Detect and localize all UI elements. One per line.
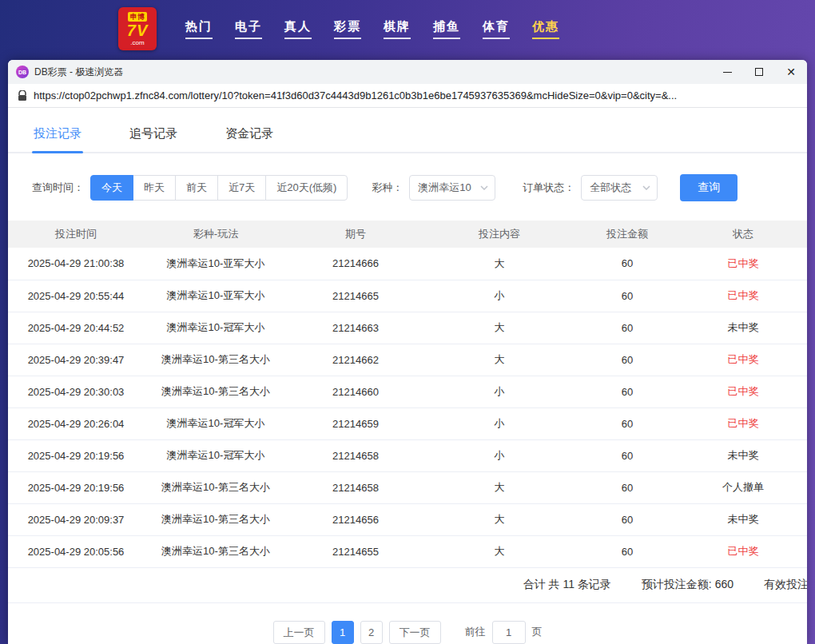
cell-content: 小 [423, 407, 575, 439]
cell-time: 2025-04-29 20:44:52 [8, 312, 144, 344]
nav-item-棋牌[interactable]: 棋牌 [384, 19, 411, 39]
lottery-records-page: 投注记录追号记录资金记录 查询时间： 今天昨天前天近7天近20天(低频) 彩种：… [8, 108, 807, 644]
cell-issue: 21214666 [288, 248, 423, 280]
site-logo[interactable]: 申博 7V .com [118, 7, 157, 50]
nav-item-体育[interactable]: 体育 [483, 19, 510, 39]
close-button[interactable]: ✕ [775, 60, 807, 84]
page-number-1[interactable]: 1 [332, 621, 354, 644]
chevron-down-icon [480, 185, 488, 190]
time-option-昨天[interactable]: 昨天 [133, 175, 176, 201]
cell-issue: 21214662 [288, 344, 423, 376]
tab-投注记录[interactable]: 投注记录 [32, 116, 83, 152]
cell-time: 2025-04-29 20:55:44 [8, 280, 144, 312]
cell-content: 大 [423, 344, 575, 376]
cell-issue: 21214656 [288, 503, 423, 535]
cell-amount: 60 [575, 407, 679, 439]
maximize-button[interactable] [743, 60, 775, 84]
cell-game: 澳洲幸运10-冠军大小 [144, 312, 288, 344]
nav-item-彩票[interactable]: 彩票 [334, 19, 361, 39]
cell-status: 已中奖 [679, 535, 807, 567]
summary-item: 预计投注金额: 660 [642, 578, 734, 592]
cell-game: 澳洲幸运10-第三名大小 [144, 471, 288, 503]
minimize-icon [723, 72, 732, 73]
cell-content: 小 [423, 376, 575, 407]
time-option-今天[interactable]: 今天 [90, 175, 133, 201]
url-text: https://ctop02pchwp1.zfnc84.com/lottery/… [34, 89, 677, 101]
column-header: 投注内容 [423, 221, 575, 248]
table-header-row: 投注时间彩种-玩法期号投注内容投注金额状态 [8, 221, 807, 248]
nav-item-热门[interactable]: 热门 [185, 19, 213, 39]
address-bar[interactable]: https://ctop02pchwp1.zfnc84.com/lottery/… [8, 84, 807, 108]
lottery-filter-label: 彩种： [372, 181, 403, 195]
goto-label: 前往 [465, 625, 486, 639]
prev-page-button[interactable]: 上一页 [273, 621, 325, 644]
time-option-近7天[interactable]: 近7天 [217, 175, 266, 201]
column-header: 投注金额 [575, 221, 679, 248]
tab-追号记录[interactable]: 追号记录 [128, 116, 179, 152]
cell-issue: 21214659 [288, 407, 423, 439]
cell-time: 2025-04-29 20:26:04 [8, 407, 144, 439]
table-row: 2025-04-29 20:19:56澳洲幸运10-第三名大小21214658大… [8, 471, 807, 503]
cell-amount: 60 [575, 376, 679, 407]
site-header: 申博 7V .com 热门电子真人彩票棋牌捕鱼体育优惠 [0, 0, 815, 58]
cell-content: 小 [423, 280, 575, 312]
cell-amount: 60 [575, 344, 679, 376]
pagination: 上一页 12 下一页 前往 页 [8, 621, 807, 644]
table-row: 2025-04-29 21:00:38澳洲幸运10-亚军大小21214666大6… [8, 248, 807, 280]
db-app-icon: DB [16, 66, 29, 78]
cell-status: 已中奖 [679, 248, 807, 280]
cell-amount: 60 [575, 248, 679, 280]
nav-item-优惠[interactable]: 优惠 [532, 19, 559, 39]
column-header: 状态 [679, 221, 807, 248]
next-page-button[interactable]: 下一页 [389, 621, 441, 644]
cell-time: 2025-04-29 20:19:56 [8, 471, 144, 503]
cell-time: 2025-04-29 20:30:03 [8, 376, 144, 407]
cell-content: 大 [423, 471, 575, 503]
time-option-前天[interactable]: 前天 [175, 175, 218, 201]
table-row: 2025-04-29 20:55:44澳洲幸运10-亚军大小21214665小6… [8, 280, 807, 312]
cell-issue: 21214658 [288, 471, 423, 503]
cell-amount: 60 [575, 439, 679, 471]
cell-content: 大 [423, 503, 575, 535]
cell-time: 2025-04-29 21:00:38 [8, 248, 144, 280]
nav-item-电子[interactable]: 电子 [235, 19, 262, 39]
logo-top-text: 申博 [128, 12, 147, 22]
cell-game: 澳洲幸运10-第三名大小 [144, 535, 288, 567]
table-row: 2025-04-29 20:39:47澳洲幸运10-第三名大小21214662大… [8, 344, 807, 376]
cell-game: 澳洲幸运10-冠军大小 [144, 439, 288, 471]
lottery-select[interactable]: 澳洲幸运10 [409, 175, 495, 201]
logo-main-text: 7V [127, 22, 148, 38]
cell-issue: 21214655 [288, 535, 423, 567]
search-button[interactable]: 查询 [680, 174, 737, 201]
time-option-近20天(低频)[interactable]: 近20天(低频) [265, 175, 348, 201]
summary-item: 合计 共 11 条记录 [523, 578, 611, 592]
cell-amount: 60 [575, 535, 679, 567]
cell-status: 未中奖 [679, 312, 807, 344]
nav-item-捕鱼[interactable]: 捕鱼 [433, 19, 460, 39]
records-summary: 合计 共 11 条记录预计投注金额: 660有效投注金额 [8, 568, 807, 603]
table-row: 2025-04-29 20:26:04澳洲幸运10-冠军大小21214659小6… [8, 407, 807, 439]
nav-item-真人[interactable]: 真人 [284, 19, 312, 39]
goto-page-input[interactable] [492, 621, 526, 644]
order-status-value: 全部状态 [590, 181, 631, 193]
cell-game: 澳洲幸运10-第三名大小 [144, 376, 288, 407]
cell-game: 澳洲幸运10-冠军大小 [144, 407, 288, 439]
page-number-2[interactable]: 2 [360, 621, 383, 644]
cell-time: 2025-04-29 20:39:47 [8, 344, 144, 376]
lottery-select-value: 澳洲幸运10 [418, 181, 471, 193]
tab-资金记录[interactable]: 资金记录 [224, 116, 275, 152]
minimize-button[interactable] [711, 60, 743, 84]
maximize-icon [755, 68, 763, 76]
cell-status: 已中奖 [679, 376, 807, 407]
time-filter-group: 今天昨天前天近7天近20天(低频) [90, 175, 348, 201]
logo-bottom-text: .com [130, 39, 144, 46]
browser-titlebar: DB DB彩票 - 极速浏览器 ✕ [8, 60, 807, 84]
cell-content: 大 [423, 535, 575, 567]
summary-item: 有效投注金额 [764, 578, 807, 592]
cell-game: 澳洲幸运10-第三名大小 [144, 503, 288, 535]
column-header: 彩种-玩法 [144, 221, 288, 248]
table-row: 2025-04-29 20:44:52澳洲幸运10-冠军大小21214663大6… [8, 312, 807, 344]
order-status-select[interactable]: 全部状态 [581, 175, 658, 201]
cell-status: 未中奖 [679, 503, 807, 535]
table-row: 2025-04-29 20:05:56澳洲幸运10-第三名大小21214655大… [8, 535, 807, 567]
